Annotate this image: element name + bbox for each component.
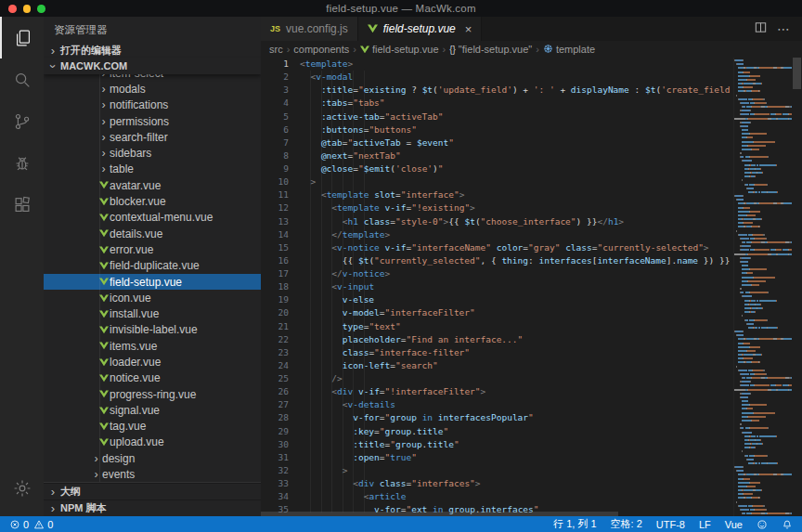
settings-icon[interactable] xyxy=(0,467,44,509)
more-actions-icon[interactable]: ⋯ xyxy=(777,21,791,36)
tree-item-label: notice.vue xyxy=(110,371,161,384)
status-warning[interactable]: 0 xyxy=(33,519,53,530)
breadcrumb-item-4[interactable]: {}"field-setup.vue" xyxy=(449,44,532,55)
status-item-4[interactable]: LF xyxy=(699,519,711,530)
vertical-scrollbar[interactable] xyxy=(792,58,802,516)
tree-item-sidebars[interactable]: ›sidebars xyxy=(44,145,261,161)
code-text: </template> xyxy=(300,228,390,241)
breadcrumb-item-3[interactable]: field-setup.vue xyxy=(360,44,439,55)
minimap[interactable] xyxy=(733,58,792,516)
tree-item-items-vue[interactable]: items.vue xyxy=(44,338,261,354)
section-label: NPM 脚本 xyxy=(60,501,107,515)
tab-vue-config-js[interactable]: JSvue.config.js xyxy=(261,17,358,41)
tree-item-error-vue[interactable]: error.vue xyxy=(44,241,261,257)
line-number: 25 xyxy=(261,372,289,385)
tree-item-notice-vue[interactable]: notice.vue xyxy=(44,370,261,386)
explorer-icon[interactable] xyxy=(0,17,44,58)
code-text: <template v-if="!existing"> xyxy=(300,201,475,214)
code-line: 6 :buttons="buttons" xyxy=(261,123,733,136)
tree-item-permissions[interactable]: ›permissions xyxy=(44,113,261,129)
code-text: icon-left="search" xyxy=(300,359,438,372)
code-line: 5 :active-tab="activeTab" xyxy=(261,110,733,123)
tree-item-label: error.vue xyxy=(110,243,153,256)
status-item-5[interactable]: Vue xyxy=(725,519,743,530)
tree-item-search-filter[interactable]: ›search-filter xyxy=(44,129,261,145)
status-error[interactable]: 0 xyxy=(9,519,29,530)
tree-item-label: events xyxy=(102,468,135,481)
tab-field-setup-vue[interactable]: field-setup.vue× xyxy=(358,17,483,41)
tree-item-upload-vue[interactable]: upload.vue xyxy=(44,435,261,450)
breadcrumb-label: field-setup.vue xyxy=(372,44,439,55)
tree-item-tag-vue[interactable]: tag.vue xyxy=(44,419,261,435)
tree-item-field-duplicate-vue[interactable]: field-duplicate.vue xyxy=(44,258,261,274)
file-tree: ›item-select›modals›notifications›permis… xyxy=(44,74,261,482)
tree-item-invisible-label-vue[interactable]: invisible-label.vue xyxy=(44,322,261,338)
search-icon[interactable] xyxy=(0,58,44,100)
code-text: :active-tab="activeTab" xyxy=(300,110,443,123)
tree-item-install-vue[interactable]: install.vue xyxy=(44,305,261,321)
tree-item-loader-vue[interactable]: loader.vue xyxy=(44,354,261,370)
editor-column: JSvue.config.jsfield-setup.vue× ⋯ src›co… xyxy=(261,17,802,516)
close-icon[interactable]: × xyxy=(465,23,472,35)
close-window-button[interactable] xyxy=(8,5,17,13)
status-item-1[interactable]: 行 1, 列 1 xyxy=(553,517,596,531)
section-label: MACWK.COM xyxy=(60,60,127,71)
tree-item-table[interactable]: ›table xyxy=(44,162,261,177)
status-item-2[interactable]: 空格: 2 xyxy=(611,517,642,531)
split-editor-icon[interactable] xyxy=(754,20,768,38)
warning-icon xyxy=(33,519,45,530)
tree-item-signal-vue[interactable]: signal.vue xyxy=(44,402,261,418)
tree-item-field-setup-vue[interactable]: field-setup.vue xyxy=(44,274,261,290)
code-text: <article xyxy=(300,490,406,503)
code-line: 21 type="text" xyxy=(261,320,733,333)
tree-item-label: tag.vue xyxy=(110,420,146,433)
tree-item-label: sidebars xyxy=(110,147,151,160)
status-item-3[interactable]: UTF-8 xyxy=(656,519,685,530)
editor[interactable]: 1<template>2 <v-modal3 :title="existing … xyxy=(261,58,802,516)
status-feedback-smiley[interactable] xyxy=(757,519,768,530)
tree-item-label: install.vue xyxy=(110,307,159,320)
tree-item-design[interactable]: ›design xyxy=(44,450,261,466)
code-line: 22 placeholder="Find an interface..." xyxy=(261,333,733,346)
section-npm-scripts[interactable]: › NPM 脚本 xyxy=(44,500,261,516)
horizontal-scrollbar[interactable] xyxy=(261,512,618,516)
line-number: 13 xyxy=(261,215,289,228)
section-project[interactable]: › MACWK.COM xyxy=(44,58,261,74)
editor-actions: ⋯ xyxy=(754,17,802,41)
code-text: @close="$emit('close')" xyxy=(300,162,444,175)
zoom-window-button[interactable] xyxy=(37,5,45,13)
line-number: 12 xyxy=(261,201,289,214)
tree-item-contextual-menu-vue[interactable]: contextual-menu.vue xyxy=(44,210,261,226)
tree-item-avatar-vue[interactable]: avatar.vue xyxy=(44,177,261,193)
tree-item-label: search-filter xyxy=(110,131,168,144)
tree-item-progress-ring-vue[interactable]: progress-ring.vue xyxy=(44,386,261,402)
debug-icon[interactable] xyxy=(0,142,44,184)
section-open-editors[interactable]: › 打开的编辑器 xyxy=(44,43,261,58)
tree-item-item-select[interactable]: ›item-select xyxy=(44,74,261,81)
braces-icon: {} xyxy=(449,45,456,55)
breadcrumb-item-5[interactable]: template xyxy=(543,44,595,56)
tree-item-blocker-vue[interactable]: blocker.vue xyxy=(44,193,261,209)
source-control-icon[interactable] xyxy=(0,100,44,142)
tree-item-modals[interactable]: ›modals xyxy=(44,81,261,97)
extensions-icon[interactable] xyxy=(0,184,44,226)
minimize-window-button[interactable] xyxy=(23,5,32,13)
scrollbar-thumb[interactable] xyxy=(793,58,801,89)
code-area[interactable]: 1<template>2 <v-modal3 :title="existing … xyxy=(261,58,733,516)
status-bell[interactable] xyxy=(782,519,793,530)
tree-item-label: notifications xyxy=(110,98,168,111)
tree-item-label: contextual-menu.vue xyxy=(110,211,213,224)
sidebar-bottom-sections: › 大纲 › NPM 脚本 xyxy=(44,482,261,516)
section-label: 大纲 xyxy=(60,485,81,499)
tree-item-icon-vue[interactable]: icon.vue xyxy=(44,290,261,305)
line-number: 32 xyxy=(261,464,289,477)
section-outline[interactable]: › 大纲 xyxy=(44,483,261,500)
breadcrumb-item-2[interactable]: components xyxy=(293,44,349,55)
code-line: 4 :tabs="tabs" xyxy=(261,97,733,110)
tree-item-details-vue[interactable]: details.vue xyxy=(44,226,261,241)
tree-item-events[interactable]: ›events xyxy=(44,466,261,482)
breadcrumb-item-1[interactable]: src xyxy=(269,44,283,55)
tab-label: vue.config.js xyxy=(286,22,348,35)
tree-item-notifications[interactable]: ›notifications xyxy=(44,97,261,113)
breadcrumb-separator: › xyxy=(443,44,446,55)
